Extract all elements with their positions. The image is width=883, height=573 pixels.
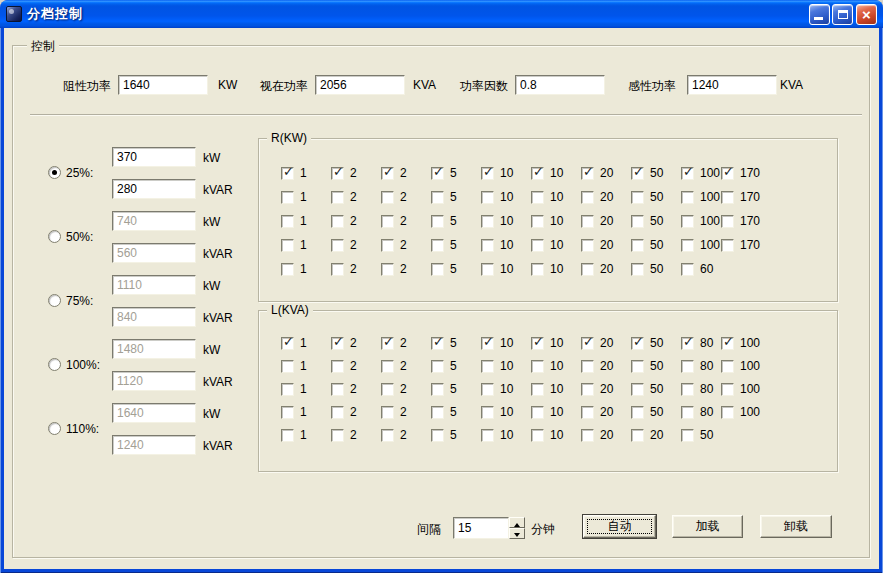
level-kw-input[interactable] xyxy=(112,147,196,167)
r-checkbox[interactable]: ✓ xyxy=(681,167,694,180)
interval-input[interactable] xyxy=(453,517,509,539)
l-checkbox[interactable]: ✓ xyxy=(721,337,734,350)
r-checkbox[interactable] xyxy=(581,215,594,228)
interval-spin-down-icon[interactable] xyxy=(509,528,525,539)
r-checkbox[interactable] xyxy=(721,239,734,252)
auto-button[interactable]: 自动 xyxy=(583,515,656,538)
r-checkbox[interactable] xyxy=(431,215,444,228)
r-checkbox[interactable]: ✓ xyxy=(331,167,344,180)
r-checkbox[interactable] xyxy=(331,239,344,252)
l-checkbox[interactable] xyxy=(381,406,394,419)
level-kvar-input[interactable] xyxy=(112,179,196,199)
r-checkbox[interactable] xyxy=(331,191,344,204)
r-checkbox[interactable] xyxy=(531,191,544,204)
r-checkbox[interactable] xyxy=(631,239,644,252)
l-checkbox[interactable] xyxy=(381,383,394,396)
minimize-button[interactable] xyxy=(809,4,830,25)
apparent-power-input[interactable] xyxy=(315,75,405,95)
l-checkbox[interactable] xyxy=(531,429,544,442)
r-checkbox[interactable] xyxy=(331,263,344,276)
l-checkbox[interactable]: ✓ xyxy=(381,337,394,350)
r-checkbox[interactable] xyxy=(331,215,344,228)
r-checkbox[interactable] xyxy=(681,239,694,252)
r-checkbox[interactable] xyxy=(531,263,544,276)
l-checkbox[interactable]: ✓ xyxy=(481,337,494,350)
r-checkbox[interactable]: ✓ xyxy=(481,167,494,180)
l-checkbox[interactable] xyxy=(381,429,394,442)
l-checkbox[interactable] xyxy=(281,429,294,442)
level-radio[interactable] xyxy=(48,294,61,307)
r-checkbox[interactable] xyxy=(281,191,294,204)
r-checkbox[interactable] xyxy=(681,191,694,204)
level-radio[interactable] xyxy=(48,358,61,371)
l-checkbox[interactable] xyxy=(481,383,494,396)
l-checkbox[interactable] xyxy=(281,406,294,419)
r-checkbox[interactable] xyxy=(681,215,694,228)
inductive-power-input[interactable] xyxy=(687,75,777,95)
l-checkbox[interactable] xyxy=(721,406,734,419)
l-checkbox[interactable]: ✓ xyxy=(431,337,444,350)
r-checkbox[interactable] xyxy=(481,215,494,228)
l-checkbox[interactable] xyxy=(331,360,344,373)
l-checkbox[interactable] xyxy=(381,360,394,373)
r-checkbox[interactable] xyxy=(631,263,644,276)
r-checkbox[interactable] xyxy=(681,263,694,276)
r-checkbox[interactable] xyxy=(531,239,544,252)
r-checkbox[interactable]: ✓ xyxy=(721,167,734,180)
l-checkbox[interactable] xyxy=(531,360,544,373)
l-checkbox[interactable] xyxy=(721,360,734,373)
l-checkbox[interactable] xyxy=(721,383,734,396)
r-checkbox[interactable] xyxy=(481,239,494,252)
l-checkbox[interactable] xyxy=(431,429,444,442)
power-factor-input[interactable] xyxy=(515,75,605,95)
interval-spin-up-icon[interactable] xyxy=(509,517,525,528)
r-checkbox[interactable] xyxy=(281,263,294,276)
l-checkbox[interactable]: ✓ xyxy=(581,337,594,350)
l-checkbox[interactable] xyxy=(431,360,444,373)
l-checkbox[interactable] xyxy=(331,406,344,419)
load-button[interactable]: 加载 xyxy=(672,515,743,538)
r-checkbox[interactable] xyxy=(581,263,594,276)
l-checkbox[interactable] xyxy=(631,360,644,373)
l-checkbox[interactable] xyxy=(431,406,444,419)
l-checkbox[interactable] xyxy=(631,383,644,396)
l-checkbox[interactable] xyxy=(681,383,694,396)
l-checkbox[interactable] xyxy=(581,360,594,373)
r-checkbox[interactable]: ✓ xyxy=(281,167,294,180)
l-checkbox[interactable] xyxy=(281,383,294,396)
l-checkbox[interactable] xyxy=(531,383,544,396)
r-checkbox[interactable] xyxy=(281,239,294,252)
l-checkbox[interactable]: ✓ xyxy=(681,337,694,350)
l-checkbox[interactable] xyxy=(631,406,644,419)
close-button[interactable]: × xyxy=(856,4,877,25)
r-checkbox[interactable] xyxy=(581,191,594,204)
l-checkbox[interactable]: ✓ xyxy=(331,337,344,350)
r-checkbox[interactable] xyxy=(431,263,444,276)
r-checkbox[interactable] xyxy=(481,263,494,276)
l-checkbox[interactable] xyxy=(581,383,594,396)
l-checkbox[interactable] xyxy=(431,383,444,396)
l-checkbox[interactable] xyxy=(281,360,294,373)
l-checkbox[interactable] xyxy=(681,406,694,419)
r-checkbox[interactable]: ✓ xyxy=(631,167,644,180)
r-checkbox[interactable]: ✓ xyxy=(381,167,394,180)
l-checkbox[interactable] xyxy=(681,429,694,442)
r-checkbox[interactable]: ✓ xyxy=(531,167,544,180)
r-checkbox[interactable] xyxy=(381,215,394,228)
l-checkbox[interactable] xyxy=(481,429,494,442)
l-checkbox[interactable] xyxy=(631,429,644,442)
l-checkbox[interactable]: ✓ xyxy=(531,337,544,350)
l-checkbox[interactable] xyxy=(531,406,544,419)
unload-button[interactable]: 卸载 xyxy=(760,515,832,538)
r-checkbox[interactable] xyxy=(431,239,444,252)
r-checkbox[interactable] xyxy=(531,215,544,228)
l-checkbox[interactable] xyxy=(581,429,594,442)
r-checkbox[interactable] xyxy=(631,215,644,228)
r-checkbox[interactable] xyxy=(721,191,734,204)
r-checkbox[interactable] xyxy=(581,239,594,252)
level-radio[interactable] xyxy=(48,422,61,435)
r-checkbox[interactable] xyxy=(481,191,494,204)
l-checkbox[interactable] xyxy=(581,406,594,419)
l-checkbox[interactable] xyxy=(681,360,694,373)
r-checkbox[interactable] xyxy=(431,191,444,204)
